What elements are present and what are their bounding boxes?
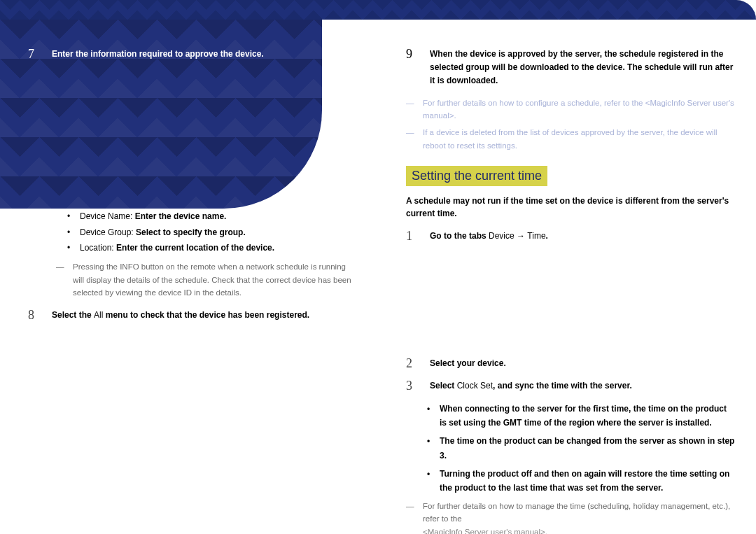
- left-column: 7 Enter the information required to appr…: [0, 20, 378, 534]
- step-9: 9 When the device is approved by the ser…: [406, 48, 735, 88]
- note-part: Pressing the: [73, 262, 120, 271]
- keyword-device: Device: [489, 231, 514, 241]
- manual-reference: <MagicInfo Server user's manual>.: [423, 528, 547, 534]
- section-lead: A schedule may not run if the time set o…: [406, 195, 735, 220]
- step-text: Select your device.: [430, 357, 506, 371]
- list-item: The time on the product can be changed f…: [427, 434, 735, 463]
- note-text: If a device is deleted from the list of …: [423, 126, 735, 152]
- step-text: Select Clock Set, and sync the time with…: [430, 379, 632, 393]
- dash-icon: ―: [406, 126, 416, 152]
- dash-icon: ―: [56, 260, 66, 299]
- keyword-all: All: [94, 310, 103, 320]
- note-text: Pressing the INFO button on the remote w…: [73, 260, 357, 299]
- field-value: Enter the device name.: [135, 211, 227, 221]
- note-text: For further details on how to manage the…: [423, 500, 735, 534]
- keyword-time: Time: [527, 231, 545, 241]
- device-fields-list: Device Name: Enter the device name. Devi…: [67, 209, 357, 256]
- field-key: Device Name:: [80, 211, 132, 221]
- step-number: 3: [406, 379, 417, 393]
- step-text: Enter the information required to approv…: [52, 48, 264, 62]
- info-note: ― Pressing the INFO button on the remote…: [56, 260, 357, 299]
- step-8: 8 Select the All menu to check that the …: [28, 309, 357, 323]
- list-item: Device Group: Select to specify the grou…: [67, 225, 357, 241]
- step-number: 9: [406, 48, 417, 88]
- field-value: Select to specify the group.: [136, 227, 246, 237]
- field-key: Device Group:: [80, 227, 134, 237]
- page-body: 7 Enter the information required to appr…: [0, 20, 756, 534]
- step-part: Select: [430, 381, 457, 391]
- step-text: Go to the tabs Device → Time.: [430, 230, 548, 244]
- step-7: 7 Enter the information required to appr…: [28, 48, 357, 62]
- step-text: When the device is approved by the serve…: [430, 48, 735, 88]
- step-2: 2 Select your device.: [406, 357, 735, 371]
- arrow: →: [514, 231, 528, 241]
- step-number: 1: [406, 230, 417, 244]
- field-key: Location:: [80, 243, 114, 253]
- list-item: When connecting to the server for the fi…: [427, 402, 735, 430]
- step-part: .: [546, 231, 548, 241]
- step-3: 3 Select Clock Set, and sync the time wi…: [406, 379, 735, 393]
- step-text: Select the All menu to check that the de…: [52, 309, 309, 323]
- note-text: For further details on how to configure …: [423, 97, 735, 122]
- keyword-clock-set: Clock Set: [457, 381, 493, 391]
- illustration-placeholder: [406, 252, 735, 357]
- step-number: 2: [406, 357, 417, 371]
- step-part: Select the: [52, 310, 94, 320]
- step-1: 1 Go to the tabs Device → Time.: [406, 230, 735, 244]
- step-part: menu to check that the device has been r…: [103, 310, 309, 320]
- note-schedule-ref: ― For further details on how to configur…: [406, 97, 735, 122]
- step-number: 8: [28, 309, 39, 323]
- list-item: Turning the product off and then on agai…: [427, 467, 735, 496]
- right-column: 9 When the device is approved by the ser…: [378, 20, 756, 534]
- note-delete-reset: ― If a device is deleted from the list o…: [406, 126, 735, 152]
- dash-icon: ―: [406, 97, 416, 122]
- step-part: , and sync the time with the server.: [493, 381, 632, 391]
- note-part: For further details on how to manage the…: [423, 502, 730, 523]
- dash-icon: ―: [406, 500, 416, 534]
- page-top-band: [0, 0, 756, 20]
- field-value: Enter the current location of the device…: [116, 243, 274, 253]
- step-part: Go to the tabs: [430, 231, 489, 241]
- section-title-setting-time: Setting the current time: [406, 166, 547, 186]
- keyword-info: INFO: [120, 262, 139, 271]
- list-item: Location: Enter the current location of …: [67, 240, 357, 256]
- time-notes-list: When connecting to the server for the fi…: [427, 402, 735, 496]
- note-time-ref: ― For further details on how to manage t…: [406, 500, 735, 534]
- list-item: Device Name: Enter the device name.: [67, 209, 357, 225]
- step-number: 7: [28, 48, 39, 62]
